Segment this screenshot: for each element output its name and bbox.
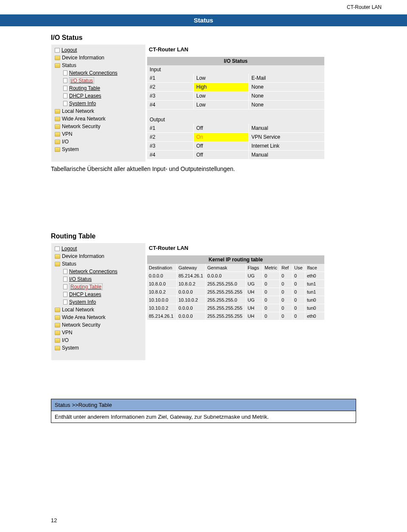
table-row: 10.8.0.010.8.0.2255.255.255.0UG000tun1 bbox=[147, 280, 324, 288]
nav-item[interactable]: I/O Status bbox=[55, 77, 142, 84]
table-row: #4LowNone bbox=[147, 101, 324, 109]
cell-value: High bbox=[194, 83, 249, 91]
nav-item[interactable]: System Info bbox=[55, 298, 142, 306]
nav-item[interactable]: Routing Table bbox=[55, 84, 142, 92]
cell: 0 bbox=[280, 304, 293, 312]
folder-icon bbox=[55, 346, 60, 350]
nav-label: Status bbox=[62, 260, 76, 267]
cell: 0 bbox=[263, 296, 280, 304]
nav-link[interactable]: System Info bbox=[69, 299, 96, 305]
col-header: Gateway bbox=[177, 264, 206, 272]
col-header: Metric bbox=[263, 264, 280, 272]
nav-link[interactable]: System Info bbox=[69, 100, 96, 107]
nav-link[interactable]: Network Connections bbox=[69, 70, 117, 76]
logout-icon bbox=[55, 48, 60, 53]
table-row: #3OffInternet Link bbox=[147, 142, 324, 151]
nav-item[interactable]: DHCP Leases bbox=[55, 291, 142, 298]
nav-label: Wide Area Network bbox=[62, 314, 106, 321]
nav-item[interactable]: Network Connections bbox=[55, 69, 142, 77]
cell: UG bbox=[246, 296, 263, 304]
content-pane: CT-Router LAN I/O Status Input #1LowE-Ma… bbox=[145, 45, 356, 162]
table-row: 10.8.0.20.0.0.0255.255.255.255UH000tun1 bbox=[147, 288, 324, 296]
cell: 0 bbox=[293, 288, 305, 296]
cell: UH bbox=[246, 312, 263, 320]
folder-icon bbox=[55, 124, 60, 129]
nav-item: Network Security bbox=[55, 123, 142, 130]
nav-item[interactable]: Logout bbox=[55, 245, 142, 252]
cell: 255.255.255.255 bbox=[206, 312, 246, 320]
nav-link[interactable]: DHCP Leases bbox=[69, 92, 101, 99]
cell: UG bbox=[246, 280, 263, 288]
cell: 0 bbox=[293, 272, 305, 280]
cell-id: #1 bbox=[147, 74, 194, 82]
nav-label: System bbox=[62, 146, 79, 153]
screenshot-routing-table: LogoutDevice InformationStatusNetwork Co… bbox=[51, 243, 356, 361]
col-header: Use bbox=[293, 264, 305, 272]
cell: UG bbox=[246, 272, 263, 280]
folder-icon bbox=[55, 262, 60, 266]
cell: 0 bbox=[293, 280, 305, 288]
nav-item[interactable]: I/O Status bbox=[55, 275, 142, 283]
nav-label: Device Information bbox=[62, 253, 104, 260]
folder-icon bbox=[55, 56, 60, 60]
document-icon bbox=[63, 101, 67, 106]
cell: tun1 bbox=[305, 280, 324, 288]
cell: 85.214.26.1 bbox=[147, 312, 177, 320]
nav-item: System bbox=[55, 146, 142, 153]
nav-item[interactable]: Network Connections bbox=[55, 268, 142, 275]
nav-item: I/O bbox=[55, 336, 142, 344]
nav-item: Wide Area Network bbox=[55, 115, 142, 123]
cell: 0 bbox=[293, 304, 305, 312]
nav-link[interactable]: DHCP Leases bbox=[69, 291, 101, 298]
document-icon bbox=[63, 292, 67, 297]
cell: tun0 bbox=[305, 304, 324, 312]
folder-icon bbox=[55, 254, 60, 259]
nav-label: Device Information bbox=[62, 54, 104, 61]
nav-item: Network Security bbox=[55, 321, 142, 329]
cell: 0.0.0.0 bbox=[177, 312, 206, 320]
nav-link[interactable]: Routing Table bbox=[69, 85, 100, 92]
output-label: Output bbox=[147, 115, 324, 124]
cell: 10.10.0.2 bbox=[147, 304, 177, 312]
nav-item: Local Network bbox=[55, 107, 142, 115]
col-header: Flags bbox=[246, 264, 263, 272]
cell: 0 bbox=[263, 280, 280, 288]
nav-link[interactable]: I/O Status bbox=[69, 77, 94, 84]
folder-icon bbox=[55, 338, 60, 343]
document-icon bbox=[63, 300, 67, 305]
cell: 10.10.0.2 bbox=[177, 296, 206, 304]
nav-item: Device Information bbox=[55, 54, 142, 62]
nav-item: Device Information bbox=[55, 252, 142, 260]
cell: tun0 bbox=[305, 296, 324, 304]
content-title: CT-Router LAN bbox=[147, 45, 356, 53]
nav-label: VPN bbox=[62, 329, 72, 336]
info-table-header: Status >>Routing Table bbox=[51, 399, 356, 411]
nav-link[interactable]: Routing Table bbox=[69, 283, 103, 290]
nav-link[interactable]: Logout bbox=[61, 47, 77, 53]
nav-link[interactable]: I/O Status bbox=[69, 276, 92, 283]
cell: 0 bbox=[263, 272, 280, 280]
table-row: #3LowNone bbox=[147, 92, 324, 101]
nav-item[interactable]: Routing Table bbox=[55, 283, 142, 291]
panel-header: Kernel IP routing table bbox=[147, 255, 324, 264]
folder-icon bbox=[55, 63, 60, 68]
col-header: Iface bbox=[305, 264, 324, 272]
nav-item[interactable]: DHCP Leases bbox=[55, 92, 142, 100]
table-row: #1OffManual bbox=[147, 124, 324, 133]
nav-item: VPN bbox=[55, 329, 142, 336]
cell: 255.255.255.0 bbox=[206, 296, 246, 304]
nav-item[interactable]: Logout bbox=[55, 46, 142, 54]
nav-link[interactable]: Network Connections bbox=[69, 268, 117, 275]
nav-item[interactable]: System Info bbox=[55, 100, 142, 107]
table-row: 10.10.0.010.10.0.2255.255.255.0UG000tun0 bbox=[147, 296, 324, 304]
nav-item: System bbox=[55, 344, 142, 352]
document-icon bbox=[63, 93, 67, 98]
nav-link[interactable]: Logout bbox=[61, 245, 77, 252]
nav-label: Local Network bbox=[62, 306, 94, 313]
cell: 0.0.0.0 bbox=[206, 272, 246, 280]
cell-mode: Manual bbox=[249, 124, 324, 132]
cell: 0 bbox=[263, 288, 280, 296]
section-heading: I/O Status bbox=[51, 34, 356, 42]
table-row: #4OffManual bbox=[147, 151, 324, 160]
cell: 255.255.255.255 bbox=[206, 288, 246, 296]
